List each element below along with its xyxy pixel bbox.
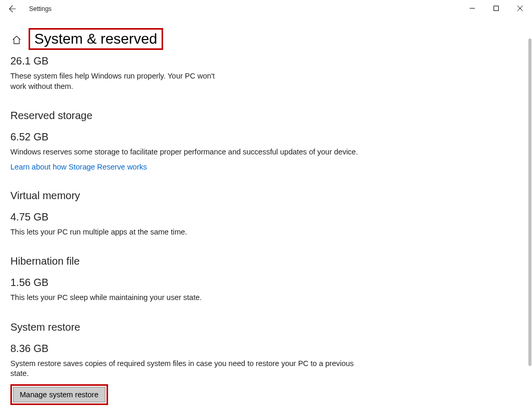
manage-system-restore-highlight: Manage system restore [10,384,108,405]
hibernation-section: Hibernation file 1.56 GB This lets your … [10,255,516,303]
home-icon [12,35,21,45]
system-files-section: 26.1 GB These system files help Windows … [10,55,516,92]
back-button[interactable] [5,2,20,16]
maximize-icon [494,6,499,11]
home-button[interactable] [12,35,21,47]
page-body: System & reserved 26.1 GB These system f… [0,18,532,417]
hibernation-description: This lets your PC sleep while maintainin… [10,293,374,303]
scrollbar-track[interactable] [528,18,532,409]
close-icon [517,6,523,11]
system-restore-section: System restore 8.36 GB System restore sa… [10,321,516,405]
virtual-memory-description: This lets your PC run multiple apps at t… [10,227,374,238]
window-controls [460,0,532,17]
page-title: System & reserved [29,28,163,50]
virtual-memory-section: Virtual memory 4.75 GB This lets your PC… [10,190,516,238]
reserved-storage-heading: Reserved storage [10,110,516,122]
svg-rect-0 [494,6,499,11]
reserved-storage-description: Windows reserves some storage to facilit… [10,147,374,158]
system-restore-size: 8.36 GB [10,343,516,355]
hibernation-size: 1.56 GB [10,277,516,289]
hibernation-heading: Hibernation file [10,255,516,267]
virtual-memory-heading: Virtual memory [10,190,516,202]
content-wrapper: System & reserved 26.1 GB These system f… [0,18,532,417]
system-files-size: 26.1 GB [10,55,516,67]
minimize-button[interactable] [460,0,484,17]
close-button[interactable] [508,0,532,17]
system-restore-heading: System restore [10,321,516,333]
reserved-storage-section: Reserved storage 6.52 GB Windows reserve… [10,110,516,172]
virtual-memory-size: 4.75 GB [10,211,516,223]
manage-system-restore-button[interactable]: Manage system restore [13,387,105,402]
reserved-storage-link[interactable]: Learn about how Storage Reserve works [10,163,147,171]
titlebar: Settings [0,0,532,18]
scrollbar-thumb[interactable] [528,38,531,366]
page-title-row: System & reserved [29,28,516,50]
back-arrow-icon [8,5,17,13]
window-title: Settings [29,5,51,12]
reserved-storage-size: 6.52 GB [10,131,516,143]
maximize-button[interactable] [484,0,508,17]
system-files-description: These system files help Windows run prop… [10,71,229,92]
minimize-icon [470,6,475,11]
system-restore-description: System restore saves copies of required … [10,359,374,379]
